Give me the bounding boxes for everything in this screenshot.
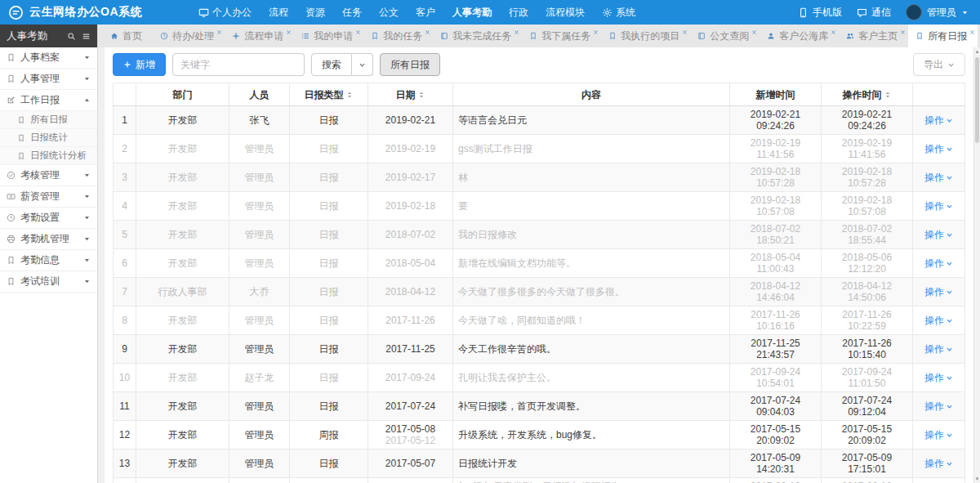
sidebar-item-exam-training[interactable]: 考试培训 (0, 271, 97, 293)
cell-content: 孔明让我去保护主公。 (453, 364, 730, 392)
sort-icon[interactable] (417, 91, 425, 99)
tab-close-icon[interactable] (900, 26, 906, 38)
tab-close-icon[interactable] (969, 26, 975, 38)
row-action-button[interactable]: 操作 (924, 343, 953, 355)
search-icon[interactable] (67, 32, 76, 41)
sidebar-subitem-all-reports[interactable]: 所有日报 (0, 111, 97, 129)
sidebar-item-salary-manage[interactable]: 薪资管理 (0, 186, 97, 208)
column-header-report-type[interactable]: 日报类型 (290, 83, 368, 106)
cell-created-time: 2019-02-1911:41:56 (730, 135, 822, 163)
sidebar-item-work-report[interactable]: 工作日报 (0, 90, 97, 111)
tab-process-apply[interactable]: 流程申请 (225, 25, 294, 47)
topnav-personal-office[interactable]: 个人办公 (198, 6, 252, 20)
tab-close-icon[interactable] (751, 26, 757, 38)
tab-unfinished-tasks[interactable]: 我未完成任务 (433, 25, 522, 47)
search-dropdown-button[interactable] (352, 53, 373, 76)
sort-icon[interactable] (345, 91, 354, 99)
tab-my-tasks[interactable]: 我的任务 (363, 25, 433, 47)
row-action-button[interactable]: 操作 (924, 143, 953, 154)
topnav-system[interactable]: 系统 (602, 6, 635, 20)
tab-close-icon[interactable] (286, 26, 292, 38)
cell-person: 管理员 (229, 163, 290, 192)
row-action-button[interactable]: 操作 (924, 114, 953, 126)
tab-document-view[interactable]: 公文查阅 (690, 25, 760, 47)
top-right: 手机版通信 管理员 (798, 4, 980, 20)
sidebar-item-hr-manage[interactable]: 人事管理 (0, 69, 97, 90)
chevron-down-icon (946, 260, 953, 267)
search-button[interactable]: 搜索 (311, 53, 352, 76)
user-menu[interactable]: 管理员 (906, 4, 969, 20)
toplink-mobile-version[interactable]: 手机版 (798, 6, 842, 20)
cell-index: 1 (114, 106, 136, 135)
cell-department: 开发部 (136, 392, 229, 421)
cell-updated-time: 2017-11-2610:15:40 (822, 335, 913, 364)
row-action-button[interactable]: 操作 (924, 172, 953, 183)
row-action-button[interactable]: 操作 (924, 200, 953, 212)
cell-actions: 操作 (913, 278, 965, 306)
tab-close-icon[interactable] (355, 26, 361, 38)
cell-updated-time: 2019-02-1810:57:28 (822, 163, 913, 192)
tab-close-icon[interactable] (593, 26, 599, 38)
sort-icon[interactable] (884, 91, 892, 99)
cell-updated-time: 2017-09-2411:01:50 (822, 364, 913, 392)
book-icon (440, 32, 448, 40)
tab-close-icon[interactable] (514, 26, 519, 38)
tab-todo[interactable]: 待办/处理 (153, 25, 225, 47)
cell-date: 2017-05-082017-05-12 (368, 421, 453, 449)
sidebar-item-attendance-machine[interactable]: 考勤机管理 (0, 229, 97, 250)
row-action-button[interactable]: 操作 (924, 458, 953, 469)
tab-close-icon[interactable] (831, 26, 836, 38)
tab-all-reports[interactable]: 所有日报 (908, 25, 978, 47)
topnav-resource[interactable]: 资源 (305, 6, 325, 20)
caret-down-icon (83, 235, 91, 243)
row-action-button[interactable]: 操作 (924, 286, 953, 297)
sidebar-item-attendance-info[interactable]: 考勤信息 (0, 250, 97, 271)
scroll-up-arrow[interactable]: ▲ (974, 47, 980, 56)
tab-close-icon[interactable] (682, 26, 688, 38)
tab-subordinate-tasks[interactable]: 我下属任务 (522, 25, 601, 47)
row-action-button[interactable]: 操作 (924, 429, 953, 441)
user-name: 管理员 (927, 6, 956, 20)
cell-report-type: 日报 (290, 249, 368, 278)
toplink-messaging[interactable]: 通信 (857, 6, 891, 20)
tab-home[interactable]: 首页 (103, 25, 153, 47)
row-action-button[interactable]: 操作 (924, 315, 953, 326)
menu-icon[interactable] (82, 32, 91, 41)
row-action-button[interactable]: 操作 (924, 400, 953, 412)
sidebar-subitem-report-stats-analysis[interactable]: 日报统计分析 (0, 147, 97, 165)
scroll-down-arrow[interactable]: ▼ (974, 475, 980, 483)
filter-all-reports-button[interactable]: 所有日报 (380, 53, 440, 76)
tab-my-projects[interactable]: 我执行的项目 (601, 25, 690, 47)
sidebar-item-attendance-setting[interactable]: 考勤设置 (0, 208, 97, 229)
report-row: 3开发部管理员日报2019-02-17林2019-02-1810:57:2820… (114, 163, 965, 192)
vertical-scrollbar[interactable]: ▲ ▼ (973, 47, 980, 483)
cell-actions: 操作 (913, 335, 965, 364)
topnav-process[interactable]: 流程 (269, 6, 288, 20)
topnav-document[interactable]: 公文 (379, 6, 399, 20)
tab-customer-home[interactable]: 客户主页 (839, 25, 908, 47)
topnav-hr-attendance[interactable]: 人事考勤 (452, 6, 492, 20)
keyword-input[interactable] (172, 53, 305, 76)
column-header-date[interactable]: 日期 (368, 83, 453, 106)
clock-icon (7, 213, 16, 222)
tab-my-apply[interactable]: 我的申请 (294, 25, 363, 47)
tab-customer-pool[interactable]: 客户公海库 (760, 25, 839, 47)
topnav-process-module[interactable]: 流程模块 (546, 6, 585, 20)
tab-close-icon[interactable] (216, 26, 222, 38)
sidebar-subitem-report-stats[interactable]: 日报统计 (0, 129, 97, 147)
cell-actions: 操作 (913, 192, 965, 221)
add-button[interactable]: 新增 (113, 53, 166, 76)
row-action-button[interactable]: 操作 (924, 229, 953, 240)
topnav-administration[interactable]: 行政 (509, 6, 528, 20)
export-button[interactable]: 导出 (913, 53, 965, 76)
scrollbar-thumb[interactable] (975, 57, 979, 143)
row-action-button[interactable]: 操作 (924, 372, 953, 383)
row-action-button[interactable]: 操作 (924, 257, 953, 269)
sidebar-item-hr-archive[interactable]: 人事档案 (0, 47, 97, 69)
topnav-customer[interactable]: 客户 (416, 6, 435, 20)
topnav-task[interactable]: 任务 (342, 6, 362, 20)
caret-up-icon (83, 96, 91, 104)
tab-close-icon[interactable] (425, 26, 430, 38)
sidebar-item-assess-manage[interactable]: 考核管理 (0, 165, 97, 186)
column-header-updated-time[interactable]: 操作时间 (822, 83, 913, 106)
